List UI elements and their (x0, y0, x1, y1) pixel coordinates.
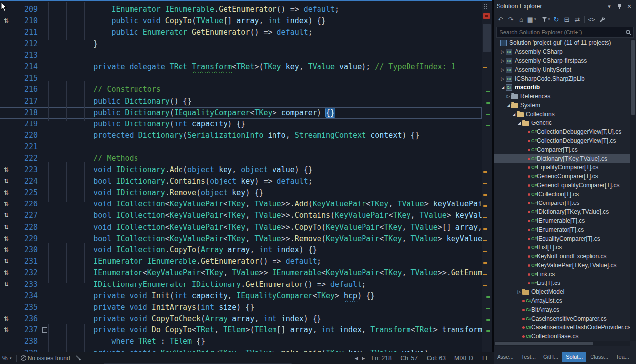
code-text[interactable]: void ICollection<KeyValuePair<TKey, TVal… (49, 199, 482, 210)
back-icon[interactable]: ↶ (496, 14, 505, 24)
code-line[interactable]: 213 (0, 50, 482, 61)
line-number[interactable]: 216 (13, 84, 41, 95)
search-input[interactable] (497, 29, 623, 35)
tree-item[interactable]: C#List[T].cs (494, 279, 630, 287)
tree-item[interactable]: ◢Collections (494, 110, 630, 119)
code-line[interactable]: ⇅225 void IDictionary.Remove(object key)… (0, 187, 482, 199)
line-number[interactable]: 238 (13, 336, 41, 347)
code-line[interactable]: ⇅236 private void CopyToCheck(Array arra… (0, 313, 482, 324)
code-text[interactable]: public void CopyTo(TValue[] array, int i… (49, 15, 482, 27)
forward-icon[interactable]: ↷ (506, 14, 516, 24)
tool-window-tab-class[interactable]: Class... (587, 352, 612, 362)
code-line[interactable]: ⇅228 void ICollection<KeyValuePair<TKey,… (0, 222, 482, 233)
tree-item[interactable]: C#Link.cs (494, 270, 630, 279)
zoom-control[interactable]: % ▼ (0, 355, 15, 362)
line-number[interactable]: 210 (13, 15, 41, 27)
code-text[interactable]: void ICollection<KeyValuePair<TKey, TVal… (49, 222, 482, 233)
tree-item[interactable]: C#GenericEqualityComparer[T].cs (494, 181, 630, 190)
tree-item[interactable]: C#CollectionDebuggerView[T,U].cs (494, 127, 630, 136)
collapsed-arrow-icon[interactable]: ▷ (500, 76, 506, 81)
line-number[interactable]: 239 (13, 348, 41, 352)
code-line[interactable]: ⇅230 void ICollection.CopyTo(Array array… (0, 244, 482, 256)
code-text[interactable]: private void InitArrays(int size) {} (49, 302, 482, 313)
scrollbar-thumb[interactable] (495, 342, 593, 345)
tool-window-tab-solut[interactable]: Solut... (562, 352, 586, 362)
code-text[interactable]: IEnumerator<KeyValuePair<TKey, TValue>> … (49, 267, 482, 279)
breakpoint-margin[interactable] (0, 39, 13, 50)
code-line[interactable]: ⇅231 IEnumerator IEnumerable.GetEnumerat… (0, 256, 482, 267)
code-line[interactable]: 212 } (0, 39, 482, 50)
code-text[interactable]: } (49, 39, 482, 50)
line-number[interactable]: 222 (13, 153, 41, 164)
line-number[interactable]: 229 (13, 233, 41, 244)
code-line[interactable]: ⇅229 bool ICollection<KeyValuePair<TKey,… (0, 233, 482, 244)
sync-with-active-document-icon[interactable]: ⇄ (572, 14, 582, 24)
tree-item[interactable]: C#Comparer[T].cs (494, 145, 630, 154)
breakpoint-margin[interactable] (0, 84, 13, 95)
code-text[interactable]: // Methods (49, 153, 482, 164)
breakpoint-margin[interactable] (0, 96, 13, 107)
line-number[interactable]: 235 (13, 302, 41, 313)
tree-item[interactable]: Solution 'project-gui' (11 of 11 project… (494, 39, 630, 47)
tool-window-tab-tea[interactable]: Tea... (612, 352, 633, 362)
code-line[interactable]: 215 (0, 73, 482, 84)
view-code-icon[interactable]: <> (587, 14, 596, 24)
code-line[interactable]: 214 private delegate TRet Transform<TRet… (0, 61, 482, 73)
breakpoint-margin[interactable] (0, 61, 13, 73)
implements-icon[interactable]: ⇅ (0, 15, 13, 27)
implements-icon[interactable]: ⇅ (0, 210, 13, 221)
code-line[interactable]: 216 // Constructors (0, 84, 482, 95)
tree-item[interactable]: C#IEqualityComparer[T].cs (494, 234, 630, 243)
tree-item[interactable]: C#EqualityComparer[T].cs (494, 163, 630, 172)
pending-changes-filter-icon[interactable]: ▼ (541, 14, 551, 24)
code-text[interactable] (49, 141, 482, 153)
code-text[interactable]: IEnumerator IEnumerable.GetEnumerator() … (49, 4, 482, 15)
vertical-scrollbar[interactable] (482, 2, 492, 352)
code-text[interactable]: public Dictionary(int capacity) {} (49, 119, 482, 130)
line-number[interactable]: 224 (13, 176, 41, 187)
refresh-icon[interactable]: ↻ (551, 14, 561, 24)
search-box[interactable] (496, 27, 634, 38)
line-number[interactable]: 228 (13, 222, 41, 233)
solution-explorer-titlebar[interactable]: Solution Explorer ▾ ✕ (494, 0, 636, 13)
tool-window-tab-asse[interactable]: Asse... (494, 352, 517, 362)
scroll-right-icon[interactable]: ▶ (360, 356, 367, 361)
code-lines[interactable]: 209 IEnumerator IEnumerable.GetEnumerato… (0, 2, 482, 352)
code-editor[interactable]: 209 IEnumerator IEnumerable.GetEnumerato… (0, 0, 492, 352)
splitter-grip-icon[interactable] (484, 4, 487, 5)
code-text[interactable]: // Constructors (49, 84, 482, 95)
tree-item[interactable]: C#IDictionary[TKey,TValue].cs (494, 207, 630, 216)
tree-item[interactable]: C#Dictionary[TKey,TValue].cs (494, 154, 630, 163)
code-text[interactable] (49, 73, 482, 84)
line-number[interactable]: 231 (13, 256, 41, 267)
line-number[interactable]: 225 (13, 187, 41, 199)
line-number[interactable]: 223 (13, 164, 41, 176)
implements-icon[interactable]: ⇅ (0, 176, 13, 187)
code-text[interactable]: private void Do_CopyTo<TRet, TElem>(TEle… (49, 324, 482, 336)
line-number[interactable]: 209 (13, 4, 41, 15)
panel-horizontal-scrollbar[interactable] (494, 341, 630, 346)
tree-item[interactable]: ◢C#mscorlib (494, 83, 630, 92)
implements-icon[interactable]: ⇅ (0, 324, 13, 336)
pin-icon[interactable] (614, 2, 624, 11)
line-number[interactable]: 213 (13, 50, 41, 61)
tree-item[interactable]: ◢Generic (494, 119, 630, 127)
tree-item[interactable]: C#ArrayList.cs (494, 296, 630, 305)
scroll-left-icon[interactable]: ◀ (353, 356, 360, 361)
breakpoint-margin[interactable] (0, 290, 13, 302)
tool-window-tab-gith[interactable]: GitH... (540, 352, 562, 362)
code-line[interactable]: 238 where TRet : TElem {} (0, 336, 482, 347)
code-line[interactable]: 221 (0, 141, 482, 153)
code-text[interactable]: void IDictionary.Remove(object key) {} (49, 187, 482, 199)
code-cleanup-icon[interactable] (73, 355, 84, 361)
collapsed-arrow-icon[interactable]: ▷ (505, 94, 511, 99)
solution-tree[interactable]: Solution 'project-gui' (11 of 11 project… (494, 39, 630, 341)
panel-vertical-scrollbar[interactable] (630, 39, 636, 341)
collapsed-arrow-icon[interactable]: ▷ (516, 289, 522, 294)
horizontal-scrollbar-thumb[interactable] (104, 363, 292, 364)
tree-item[interactable]: C#CollectionDebuggerView[T].cs (494, 136, 630, 145)
tree-item[interactable]: ▷ObjectModel (494, 287, 630, 296)
line-number[interactable]: 234 (13, 290, 41, 302)
code-line[interactable]: 217 public Dictionary() {} (0, 96, 482, 107)
window-menu-icon[interactable]: ▾ (604, 2, 614, 11)
